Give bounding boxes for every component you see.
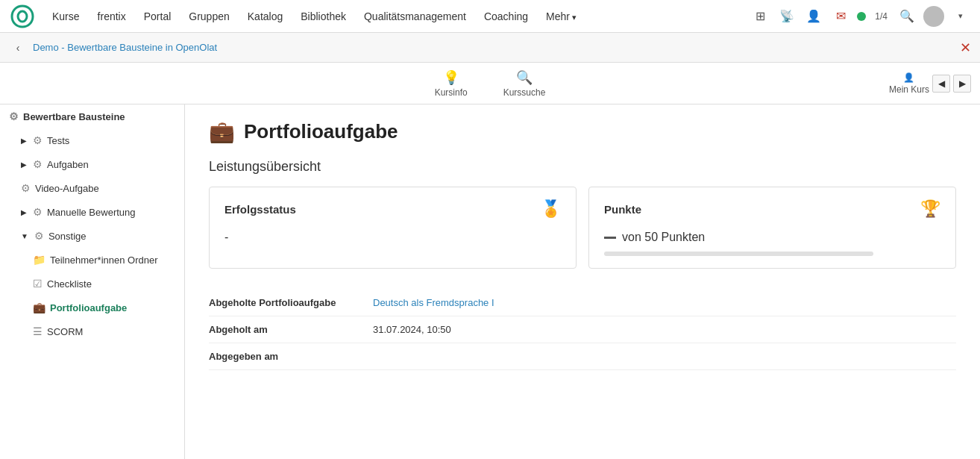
toolbar-next-button[interactable]: ▶ <box>953 75 971 93</box>
aufgaben-icon: ⚙ <box>33 158 43 170</box>
nav-mehr[interactable]: Mehr <box>538 7 584 25</box>
counter-badge: 1/4 <box>872 10 891 23</box>
nav-icons-group: ⊞ 📡 👤 ✉ 1/4 🔍 ▾ <box>750 6 971 27</box>
sidebar-item-checkliste[interactable]: ☑ Checkliste <box>0 272 184 296</box>
trophy-icon: 🏆 <box>920 199 940 219</box>
search-icon[interactable]: 🔍 <box>896 6 917 27</box>
punkte-dash-icon <box>604 237 616 239</box>
kurssuche-label: Kurssuche <box>503 87 546 98</box>
sidebar-item-label: Teilnehmer*innen Ordner <box>50 255 158 266</box>
sidebar-item-manuelle-bewertung[interactable]: ▶ ⚙ Manuelle Bewertung <box>0 200 184 224</box>
detail-label-0: Abgeholte Portfolioaufgabe <box>209 297 373 308</box>
expand-arrow-icon: ▶ <box>21 208 27 216</box>
kursinfo-icon: 💡 <box>443 69 459 86</box>
expand-arrow-icon: ▶ <box>21 160 27 169</box>
sidebar-item-sonstige[interactable]: ▼ ⚙ Sonstige <box>0 224 184 248</box>
mein-kurs-label: Mein Kurs <box>889 84 929 95</box>
sidebar-item-aufgaben[interactable]: ▶ ⚙ Aufgaben <box>0 152 184 176</box>
folder-icon: 📁 <box>33 254 45 266</box>
nav-katalog[interactable]: Katalog <box>240 7 290 25</box>
cards-row: Erfolgsstatus 🏅 - Punkte 🏆 von 50 Punkte… <box>209 187 956 269</box>
manuelle-bewertung-icon: ⚙ <box>33 206 43 218</box>
detail-row-abgeholt-am: Abgeholt am 31.07.2024, 10:50 <box>209 316 956 343</box>
bewertbare-bausteine-icon: ⚙ <box>9 110 19 122</box>
sidebar-item-scorm[interactable]: ☰ SCORM <box>0 319 184 343</box>
breadcrumb-back-button[interactable]: ‹ <box>9 39 27 57</box>
card-header-erfolgsstatus: Erfolgsstatus 🏅 <box>224 199 561 219</box>
card-title-punkte: Punkte <box>604 203 641 216</box>
content-area: 💼 Portfolioaufgabe Leistungsübersicht Er… <box>185 104 980 459</box>
sidebar-item-label: Manuelle Bewertung <box>47 207 136 218</box>
calendar-icon[interactable]: ⊞ <box>750 6 770 27</box>
page-title-icon: 💼 <box>209 119 235 144</box>
status-indicator <box>857 12 866 21</box>
sidebar-item-label: Aufgaben <box>47 159 89 170</box>
user-icon[interactable]: 👤 <box>803 6 824 27</box>
page-title: Portfolioaufgabe <box>244 120 398 143</box>
score-bar <box>604 252 873 256</box>
portfolio-icon: 💼 <box>33 302 45 313</box>
card-value-erfolgsstatus: - <box>224 231 561 244</box>
top-navigation: Kurse frentix Portal Gruppen Katalog Bib… <box>0 0 980 33</box>
kursinfo-label: Kursinfo <box>435 87 468 98</box>
detail-row-abgegeben-am: Abgegeben am <box>209 343 956 370</box>
scorm-icon: ☰ <box>33 325 43 337</box>
nav-coaching[interactable]: Coaching <box>477 7 535 25</box>
detail-value-1: 31.07.2024, 10:50 <box>373 324 451 335</box>
toolbar-kursinfo[interactable]: 💡 Kursinfo <box>429 66 474 101</box>
detail-label-1: Abgeholt am <box>209 324 373 335</box>
details-table: Abgeholte Portfolioaufgabe Deutsch als F… <box>209 290 956 370</box>
collapse-arrow-icon: ▼ <box>21 232 28 240</box>
page-title-row: 💼 Portfolioaufgabe <box>209 119 956 144</box>
sidebar-item-bewertbare-bausteine[interactable]: ⚙ Bewertbare Bausteine <box>0 104 184 128</box>
sidebar-item-label: Bewertbare Bausteine <box>23 111 125 122</box>
toolbar-right: 👤 Mein Kurs ◀ ▶ <box>889 72 971 95</box>
sidebar-item-portfolioaufgabe[interactable]: 💼 Portfolioaufgabe <box>0 296 184 319</box>
sidebar-item-label: Portfolioaufgabe <box>50 302 127 313</box>
punkte-text: von 50 Punkten <box>622 231 705 244</box>
erfolgsstatus-dash: - <box>224 231 228 244</box>
app-logo[interactable] <box>9 3 36 30</box>
breadcrumb-bar: ‹ Demo - Bewertbare Bausteine in OpenOla… <box>0 33 980 63</box>
detail-label-2: Abgegeben am <box>209 351 373 362</box>
detail-row-abgeholte-portfolioaufgabe: Abgeholte Portfolioaufgabe Deutsch als F… <box>209 290 956 316</box>
expand-arrow-icon: ▶ <box>21 137 27 145</box>
sidebar-item-label: Tests <box>47 135 69 146</box>
tests-icon: ⚙ <box>33 134 43 146</box>
toolbar-prev-button[interactable]: ◀ <box>932 75 950 93</box>
nav-bibliothek[interactable]: Bibliothek <box>293 7 354 25</box>
nav-qualitaetsmanagement[interactable]: Qualitätsmanagement <box>356 7 474 25</box>
breadcrumb-path[interactable]: Demo - Bewertbare Bausteine in OpenOlat <box>33 42 217 53</box>
toolbar-kurssuche[interactable]: 🔍 Kurssuche <box>497 66 552 101</box>
user-menu-arrow[interactable]: ▾ <box>950 6 971 27</box>
nav-kurse[interactable]: Kurse <box>45 7 87 25</box>
medal-icon: 🏅 <box>541 199 561 219</box>
mein-kurs-icon: 👤 <box>903 72 914 83</box>
sidebar-item-label: Sonstige <box>48 231 87 242</box>
checklist-icon: ☑ <box>33 278 43 290</box>
card-title-erfolgsstatus: Erfolgsstatus <box>224 203 296 216</box>
card-punkte: Punkte 🏆 von 50 Punkten <box>588 187 956 269</box>
main-layout: ⚙ Bewertbare Bausteine ▶ ⚙ Tests ▶ ⚙ Auf… <box>0 104 980 459</box>
rss-icon[interactable]: 📡 <box>776 6 797 27</box>
nav-portal[interactable]: Portal <box>136 7 179 25</box>
course-toolbar: 💡 Kursinfo 🔍 Kurssuche 👤 Mein Kurs ◀ ▶ <box>0 63 980 104</box>
card-erfolgsstatus: Erfolgsstatus 🏅 - <box>209 187 577 269</box>
sonstige-icon: ⚙ <box>34 230 44 242</box>
mein-kurs-button[interactable]: 👤 Mein Kurs <box>889 72 929 95</box>
video-aufgabe-icon: ⚙ <box>21 182 31 194</box>
mail-icon[interactable]: ✉ <box>830 6 851 27</box>
sidebar-item-teilnehmer-ordner[interactable]: 📁 Teilnehmer*innen Ordner <box>0 248 184 272</box>
section-title: Leistungsübersicht <box>209 159 956 175</box>
nav-gruppen[interactable]: Gruppen <box>181 7 236 25</box>
avatar[interactable] <box>923 6 944 27</box>
card-value-punkte: von 50 Punkten <box>604 231 940 244</box>
sidebar-item-label: Video-Aufgabe <box>35 183 99 194</box>
sidebar-item-label: Checkliste <box>47 278 92 290</box>
sidebar-item-video-aufgabe[interactable]: ⚙ Video-Aufgabe <box>0 176 184 200</box>
card-header-punkte: Punkte 🏆 <box>604 199 940 219</box>
nav-frentix[interactable]: frentix <box>90 7 134 25</box>
detail-value-0[interactable]: Deutsch als Fremdsprache I <box>373 297 494 308</box>
sidebar-item-tests[interactable]: ▶ ⚙ Tests <box>0 128 184 152</box>
breadcrumb-close-button[interactable]: ✕ <box>960 41 971 54</box>
